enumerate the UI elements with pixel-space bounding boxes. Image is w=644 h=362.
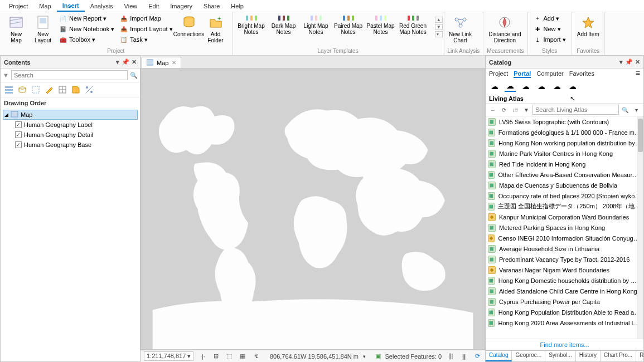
catalog-tab-favorites[interactable]: Favorites bbox=[569, 70, 594, 78]
constraint-icon[interactable]: ⊞ bbox=[211, 352, 220, 361]
layer-row[interactable]: ✓Human Geography Detail bbox=[3, 130, 138, 140]
tree-root-map[interactable]: ◢ Map bbox=[3, 110, 138, 120]
catalog-item[interactable]: ▦LV95 Swiss Topographic (with Contours) bbox=[486, 116, 643, 127]
layer-template-pastel map[interactable]: Pastel Map Notes bbox=[365, 13, 396, 47]
style-new-button[interactable]: ✚New ▾ bbox=[531, 24, 568, 34]
menu-view[interactable]: View bbox=[119, 1, 143, 11]
bottom-tab-symbol[interactable]: Symbol... bbox=[545, 351, 576, 361]
bottom-tab-chartpro[interactable]: Chart Pro... bbox=[601, 351, 636, 361]
new-map-button[interactable]: New Map bbox=[3, 13, 29, 47]
list-by-selection-icon[interactable] bbox=[31, 85, 41, 95]
menu-map[interactable]: Map bbox=[33, 1, 56, 11]
connections-button[interactable]: Connections bbox=[176, 13, 202, 47]
sel-menu-icon[interactable]: ∥| bbox=[446, 352, 455, 361]
search-icon[interactable]: 🔍 bbox=[620, 105, 630, 115]
new-link-chart-button[interactable]: New Link Chart bbox=[448, 13, 473, 47]
catalog-item[interactable]: ▦Mapa de Cuencas y Subcuencas de Bolivia bbox=[486, 180, 643, 190]
catalog-menu-icon[interactable]: ≡ bbox=[636, 70, 640, 78]
catalog-item[interactable]: ▦Hong Kong Domestic households distribut… bbox=[486, 275, 643, 286]
add-folder-button[interactable]: + Add Folder bbox=[203, 13, 229, 47]
catalog-item[interactable]: ▦Other Effective Area-Based Conservation… bbox=[486, 169, 643, 180]
layer-checkbox[interactable]: ✓ bbox=[15, 131, 22, 138]
map-tab[interactable]: Map ✕ bbox=[142, 57, 181, 68]
filter-icon[interactable]: ▼ bbox=[521, 105, 531, 115]
my-groups-icon[interactable]: ☁︎ bbox=[520, 81, 531, 92]
scale-box[interactable]: 1:211,748,817 ▾ bbox=[144, 351, 193, 361]
list-by-labeling-icon[interactable] bbox=[71, 85, 81, 95]
catalog-tab-portal[interactable]: Portal bbox=[514, 70, 531, 78]
menu-insert[interactable]: Insert bbox=[57, 1, 85, 12]
layer-checkbox[interactable]: ✓ bbox=[15, 121, 22, 128]
catalog-item[interactable]: ▦Red Tide Incident in Hong Kong bbox=[486, 159, 643, 169]
catalog-item[interactable]: ▦Hong Kong 2020 Area Assessments of Indu… bbox=[486, 317, 643, 328]
pause-icon[interactable]: || bbox=[459, 352, 468, 361]
new-notebook-button[interactable]: 📓New Notebook ▾ bbox=[57, 24, 117, 34]
snap-icon[interactable]: ⬚ bbox=[225, 352, 234, 361]
contents-search-input[interactable] bbox=[11, 70, 128, 80]
map-canvas[interactable] bbox=[141, 68, 485, 350]
catalog-item[interactable]: ▦主題図 全国植生指標データ（250m） 2008年（地理院タイル bbox=[486, 201, 643, 212]
list-by-source-icon[interactable] bbox=[17, 85, 27, 95]
search-icon[interactable]: 🔍 bbox=[130, 72, 138, 79]
distance-direction-button[interactable]: Distance and Direction bbox=[487, 13, 522, 47]
catalog-item[interactable]: ▦Aided Standalone Child Care Centre in H… bbox=[486, 286, 643, 296]
import-layout-button[interactable]: 📥Import Layout ▾ bbox=[118, 24, 175, 34]
arcgis-online-icon[interactable]: ☁︎ bbox=[551, 81, 563, 92]
layer-row[interactable]: ✓Human Geography Base bbox=[3, 140, 138, 150]
dropdown-icon[interactable]: ▾ bbox=[619, 58, 623, 66]
my-content-icon[interactable]: ☁︎ bbox=[489, 81, 500, 92]
catalog-item[interactable]: ▦Hong Kong Population Distribution Able … bbox=[486, 307, 643, 317]
catalog-item[interactable]: ▦Average Household Size in Lithuania bbox=[486, 243, 643, 254]
layer-template-bright[interactable]: Bright Map Notes bbox=[236, 13, 267, 47]
close-icon[interactable]: ✕ bbox=[172, 60, 176, 66]
bottom-tab-history[interactable]: History bbox=[576, 351, 601, 361]
catalog-item[interactable]: ▦Hong Kong Non-working population distri… bbox=[486, 138, 643, 148]
catalog-item[interactable]: ▦Marine Park Visitor Centres in Hong Kon… bbox=[486, 148, 643, 159]
filter-icon[interactable]: ▼ bbox=[3, 72, 9, 79]
toolbox-button[interactable]: 🧰Toolbox ▾ bbox=[57, 35, 117, 45]
menu-project[interactable]: Project bbox=[3, 1, 33, 11]
refresh-icon[interactable]: ⟳ bbox=[473, 352, 482, 361]
layer-template-paired[interactable]: Paired Map Notes bbox=[333, 13, 364, 47]
catalog-search-input[interactable] bbox=[532, 105, 619, 115]
menu-help[interactable]: Help bbox=[225, 1, 249, 11]
rotate-icon[interactable]: ·|· bbox=[198, 352, 207, 361]
living-atlas-icon[interactable]: ☁︎ bbox=[567, 81, 578, 92]
bottom-tab-geoproc[interactable]: Geoproc... bbox=[512, 351, 545, 361]
pin-icon[interactable]: 📌 bbox=[122, 58, 129, 66]
catalog-item[interactable]: ▦Occupancy rate of bed places 2020 [Stop… bbox=[486, 190, 643, 201]
dropdown-icon[interactable]: ▾ bbox=[116, 58, 119, 66]
refresh-icon[interactable]: ⟳ bbox=[499, 105, 509, 115]
layer-checkbox[interactable]: ✓ bbox=[15, 141, 22, 148]
catalog-item[interactable]: ◆Censo INEGI 2010 Informacion Situación … bbox=[486, 233, 643, 243]
list-by-snapping-icon[interactable] bbox=[57, 85, 67, 95]
back-icon[interactable]: ← bbox=[488, 105, 498, 115]
catalog-item[interactable]: ▦Cyprus Purchasing Power per Capita bbox=[486, 296, 643, 307]
catalog-item[interactable]: ▦Formations géologiques à 1/1 000 000 - … bbox=[486, 127, 643, 138]
style-add-button[interactable]: ＋Add ▾ bbox=[531, 13, 568, 23]
expand-icon[interactable]: ◢ bbox=[4, 112, 8, 118]
coords-dd-icon[interactable]: ▾ bbox=[363, 354, 366, 359]
catalog-item[interactable]: ◆Kanpur Municipal Corporation Ward Bound… bbox=[486, 212, 643, 222]
new-layout-button[interactable]: New Layout bbox=[30, 13, 56, 47]
correction-icon[interactable]: ↯ bbox=[251, 352, 260, 361]
catalog-item[interactable]: ▦Metered Parking Spaces in Hong Kong bbox=[486, 222, 643, 233]
bottom-tab-catalog[interactable]: Catalog bbox=[486, 351, 512, 361]
scrollbar-thumb[interactable] bbox=[638, 119, 643, 152]
list-by-perc-icon[interactable] bbox=[84, 85, 94, 95]
add-item-button[interactable]: Add Item bbox=[575, 13, 601, 47]
task-button[interactable]: 📋Task ▾ bbox=[118, 35, 175, 45]
list-by-drawing-icon[interactable] bbox=[4, 85, 14, 95]
menu-analysis[interactable]: Analysis bbox=[85, 1, 119, 11]
my-favorites-icon[interactable]: ☁︎ bbox=[505, 81, 516, 92]
import-map-button[interactable]: 📥Import Map bbox=[118, 13, 175, 23]
layer-template-dark map[interactable]: Dark Map Notes bbox=[268, 13, 299, 47]
find-more-link[interactable]: Find more items... bbox=[486, 339, 643, 350]
catalog-tab-computer[interactable]: Computer bbox=[536, 70, 563, 78]
sort-icon[interactable]: ↓≡ bbox=[510, 105, 520, 115]
layer-template-light map[interactable]: Light Map Notes bbox=[301, 13, 332, 47]
scrollbar[interactable] bbox=[637, 116, 643, 339]
search-dd-icon[interactable]: ▾ bbox=[631, 105, 641, 115]
menu-edit[interactable]: Edit bbox=[143, 1, 164, 11]
list-by-editing-icon[interactable] bbox=[44, 85, 54, 95]
